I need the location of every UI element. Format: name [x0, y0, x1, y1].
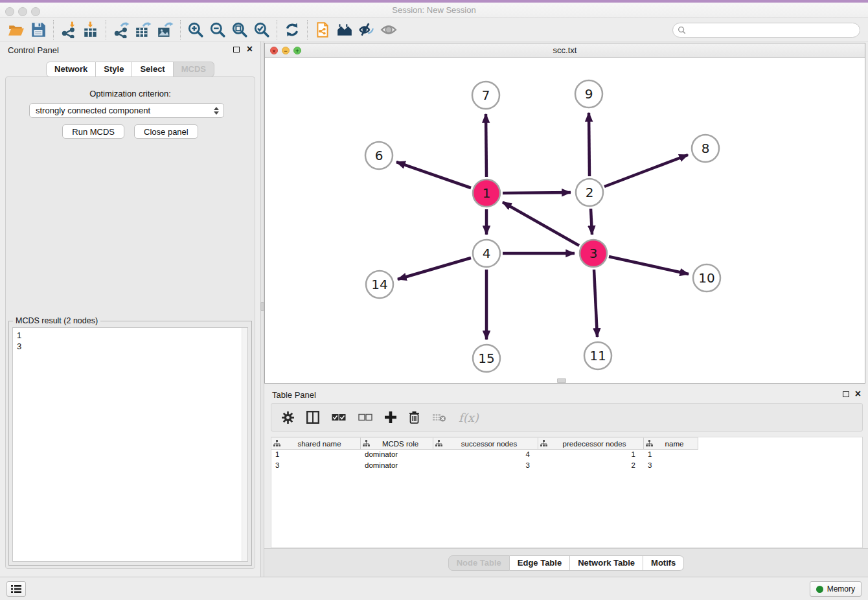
column-header-MCDS-role[interactable]: MCDS role — [361, 437, 433, 450]
column-header-shared-name[interactable]: shared name — [271, 437, 361, 450]
tab-motifs[interactable]: Motifs — [643, 555, 684, 571]
zoom-selected-button[interactable] — [251, 19, 273, 40]
optimization-select-value: strongly connected component — [36, 106, 150, 115]
column-header-predecessor-nodes[interactable]: predecessor nodes — [538, 437, 644, 450]
hide-graphics-details-button[interactable] — [356, 19, 378, 40]
mcds-tab-content: Optimization criterion: strongly connect… — [5, 76, 255, 569]
svg-text:2: 2 — [586, 185, 594, 200]
graph-node-15[interactable]: 15 — [473, 345, 500, 372]
open-file-button[interactable] — [5, 19, 27, 40]
save-session-button[interactable] — [27, 19, 49, 40]
table-panel: Table Panel × f(x) shared nameMCDS roles… — [264, 386, 868, 577]
tab-style[interactable]: Style — [96, 62, 132, 77]
graph-edge-2-9[interactable] — [589, 113, 589, 176]
show-columns-button[interactable] — [306, 411, 319, 424]
table-settings-button[interactable] — [282, 411, 294, 424]
export-image-button[interactable] — [154, 19, 176, 40]
graph-node-4[interactable]: 4 — [473, 240, 500, 267]
zoom-in-button[interactable] — [185, 19, 207, 40]
export-table-button[interactable] — [132, 19, 154, 40]
graph-node-1[interactable]: 1 — [473, 179, 500, 207]
zoom-out-button[interactable] — [207, 19, 229, 40]
graph-edge-3-10[interactable] — [609, 257, 689, 274]
tab-edge-table[interactable]: Edge Table — [510, 555, 570, 571]
graph-node-8[interactable]: 8 — [692, 135, 719, 162]
clone-network-button[interactable] — [312, 19, 334, 40]
tab-network[interactable]: Network — [46, 62, 96, 77]
titlebar: Session: New Session — [0, 0, 868, 18]
close-table-panel-icon[interactable]: × — [855, 387, 861, 400]
table-row[interactable]: 3dominator323 — [271, 461, 862, 472]
graph-edge-1-6[interactable] — [396, 162, 471, 188]
column-header-successor-nodes[interactable]: successor nodes — [433, 437, 538, 450]
optimization-select[interactable]: strongly connected component — [29, 103, 224, 118]
svg-text:10: 10 — [698, 270, 714, 286]
mcds-result-line: 3 — [17, 341, 238, 352]
table-cell[interactable]: 3 — [644, 461, 698, 472]
run-mcds-button[interactable]: Run MCDS — [62, 124, 124, 139]
create-column-button[interactable] — [385, 411, 396, 423]
table-row[interactable]: 1dominator411 — [271, 450, 862, 461]
graph-edge-1-7[interactable] — [486, 114, 486, 177]
table-cell[interactable]: 3 — [271, 461, 361, 472]
show-graphics-details-button[interactable] — [378, 19, 400, 40]
graph-edge-1-2[interactable] — [503, 192, 571, 193]
graph-node-2[interactable]: 2 — [576, 179, 603, 206]
open-cyndex-button[interactable] — [334, 19, 356, 40]
table-cell[interactable]: 1 — [271, 450, 361, 461]
network-canvas[interactable]: 7968124314101511 — [265, 58, 865, 383]
eye-slash-icon — [358, 21, 375, 38]
table-toolbar: f(x) — [271, 403, 863, 432]
graph-node-11[interactable]: 11 — [584, 342, 611, 369]
apply-layout-button[interactable] — [281, 19, 303, 40]
tab-mcds[interactable]: MCDS — [174, 62, 214, 77]
deselect-all-columns-button[interactable] — [358, 413, 372, 421]
graph-edge-2-8[interactable] — [604, 155, 688, 187]
import-network-button[interactable] — [58, 19, 80, 40]
horizontal-splitter-grip-icon[interactable] — [557, 378, 566, 383]
graph-node-9[interactable]: 9 — [575, 80, 602, 108]
delete-column-button[interactable] — [409, 411, 420, 424]
table-panel-title: Table Panel — [272, 390, 316, 400]
table-cell[interactable]: dominator — [361, 461, 433, 472]
graph-edge-3-1[interactable] — [503, 202, 579, 246]
graph-edge-4-14[interactable] — [398, 258, 471, 279]
node-table: shared nameMCDS rolesuccessor nodesprede… — [271, 437, 863, 548]
graph-node-10[interactable]: 10 — [693, 264, 720, 292]
table-cell[interactable]: 3 — [433, 461, 538, 472]
network-graph: 7968124314101511 — [265, 58, 865, 384]
graph-edge-3-11[interactable] — [594, 270, 597, 337]
tab-select[interactable]: Select — [132, 62, 173, 77]
table-cell[interactable]: 1 — [538, 450, 644, 461]
import-table-button[interactable] — [80, 19, 102, 40]
close-panel-icon[interactable]: × — [247, 43, 253, 56]
graph-node-14[interactable]: 14 — [366, 271, 393, 298]
svg-text:15: 15 — [478, 351, 494, 366]
graph-node-3[interactable]: 3 — [580, 240, 607, 267]
network-window-titlebar: × − + scc.txt — [265, 43, 865, 58]
table-cell[interactable]: 4 — [433, 450, 538, 461]
svg-text:1: 1 — [483, 185, 491, 201]
float-table-panel-icon[interactable] — [843, 391, 849, 397]
select-all-columns-button[interactable] — [332, 413, 346, 421]
table-header-row: shared nameMCDS rolesuccessor nodesprede… — [271, 437, 862, 450]
show-log-button[interactable] — [6, 581, 26, 597]
table-cell[interactable]: 1 — [644, 450, 698, 461]
table-cell[interactable]: 2 — [538, 461, 644, 472]
graph-edge-2-3[interactable] — [591, 209, 592, 235]
search-input[interactable] — [686, 25, 860, 36]
memory-button[interactable]: Memory — [810, 581, 862, 597]
graph-node-6[interactable]: 6 — [365, 142, 393, 169]
tab-node-table[interactable]: Node Table — [448, 555, 510, 571]
tab-network-table[interactable]: Network Table — [570, 555, 643, 571]
result-scrollbar[interactable] — [242, 328, 247, 561]
control-panel-tabs: NetworkStyleSelectMCDS — [0, 62, 260, 77]
float-panel-icon[interactable] — [233, 47, 240, 52]
mcds-result-box[interactable]: 13 — [12, 327, 248, 562]
graph-node-7[interactable]: 7 — [472, 82, 499, 109]
zoom-fit-button[interactable] — [229, 19, 251, 40]
column-header-name[interactable]: name — [644, 437, 698, 450]
export-network-button[interactable] — [110, 19, 132, 40]
table-cell[interactable]: dominator — [361, 450, 433, 461]
close-panel-button[interactable]: Close panel — [134, 124, 198, 139]
